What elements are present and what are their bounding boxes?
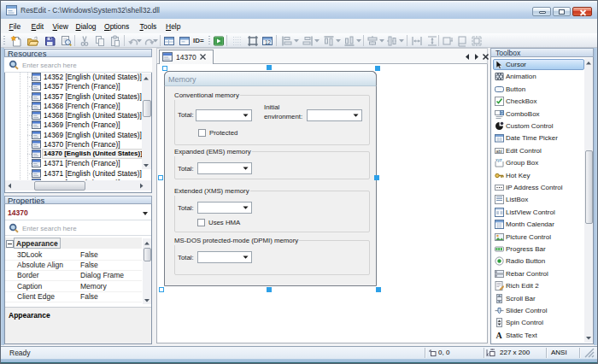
svg-text:A: A [496,331,503,340]
svg-text:xyz: xyz [495,158,502,162]
svg-text:12: 12 [265,39,272,45]
svg-text:abl: abl [496,148,502,153]
